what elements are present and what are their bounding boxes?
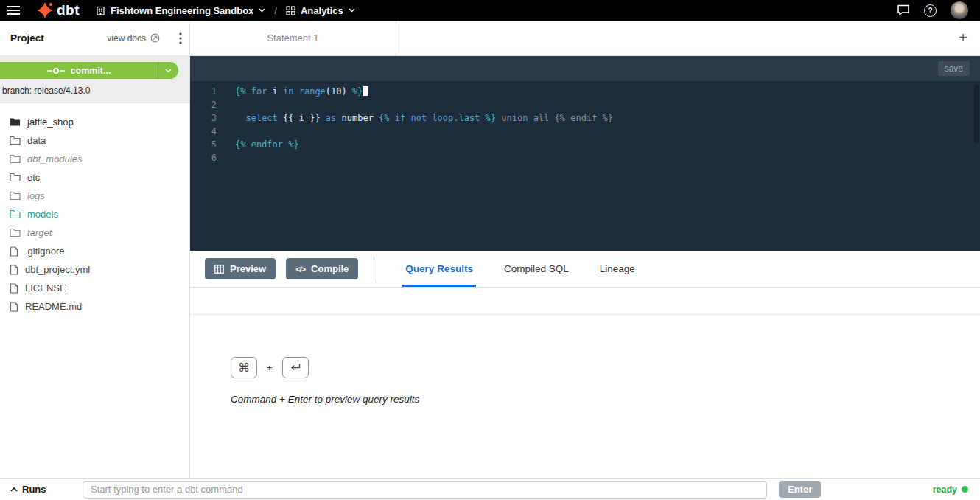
tree-item-label: LICENSE bbox=[25, 282, 66, 294]
enter-button[interactable]: Enter bbox=[779, 481, 821, 498]
topbar-right-actions: ? bbox=[897, 1, 980, 19]
preview-button-label: Preview bbox=[230, 263, 266, 274]
tree-item-license[interactable]: LICENSE bbox=[0, 279, 189, 297]
dbt-command-input[interactable] bbox=[83, 481, 767, 499]
tree-item-target[interactable]: target bbox=[0, 223, 189, 242]
view-docs-link[interactable]: view docs bbox=[107, 33, 160, 44]
chevron-down-icon bbox=[259, 8, 265, 13]
tree-item-data[interactable]: data bbox=[0, 131, 189, 150]
line-number: 5 bbox=[190, 138, 217, 151]
status-dot-icon bbox=[962, 486, 968, 493]
code-editor[interactable]: 1{% for i in range(10) %}23 select {{ i … bbox=[190, 81, 980, 251]
tree-item-dbt-modules[interactable]: dbt_modules bbox=[0, 150, 189, 168]
file-icon bbox=[10, 302, 18, 312]
line-number: 6 bbox=[190, 151, 217, 164]
save-button[interactable]: save bbox=[938, 61, 970, 76]
editor-tab-bar: Statement 1 + bbox=[190, 21, 980, 56]
tab-compiled-sql[interactable]: Compiled SQL bbox=[504, 251, 569, 287]
editor-header: save bbox=[190, 56, 980, 81]
view-docs-label: view docs bbox=[107, 33, 146, 44]
results-content: ⌘ + Command + Enter to preview query res… bbox=[190, 315, 980, 478]
account-selector[interactable]: Fishtown Engineering Sandbox bbox=[96, 5, 265, 16]
git-commit-icon bbox=[47, 67, 65, 74]
results-tabs: Query ResultsCompiled SQLLineage bbox=[374, 251, 634, 287]
tree-item-label: README.md bbox=[25, 301, 82, 312]
code-line: 6 bbox=[190, 151, 980, 164]
editor-tab-label: Statement 1 bbox=[267, 32, 318, 44]
workspace: Project view docs co bbox=[0, 21, 980, 478]
status-indicator: ready bbox=[933, 485, 968, 495]
commit-button-label: commit... bbox=[71, 66, 111, 76]
line-content bbox=[217, 151, 235, 164]
top-bar: dbt Fishtown Engineering Sandbox / Analy… bbox=[0, 0, 980, 21]
add-tab-button[interactable]: + bbox=[946, 21, 980, 55]
chevron-down-icon bbox=[349, 8, 355, 13]
line-content: select {{ i }} as number {% if not loop.… bbox=[217, 111, 613, 125]
shortcut-hint: ⌘ + bbox=[231, 357, 980, 378]
avatar[interactable] bbox=[951, 1, 968, 19]
account-name: Fishtown Engineering Sandbox bbox=[111, 5, 253, 16]
line-number: 3 bbox=[190, 111, 217, 125]
project-panel-title: Project bbox=[10, 32, 44, 44]
dbt-flame-icon bbox=[37, 2, 53, 18]
code-line: 3 select {{ i }} as number {% if not loo… bbox=[190, 111, 980, 125]
line-content: {% for i in range(10) %} bbox=[217, 85, 368, 98]
editor-scrollbar[interactable] bbox=[974, 84, 979, 143]
tree-item-jaffle-shop[interactable]: jaffle_shop bbox=[0, 113, 189, 131]
tree-item--gitignore[interactable]: .gitignore bbox=[0, 242, 189, 260]
tree-item-label: jaffle_shop bbox=[27, 117, 74, 128]
line-content bbox=[217, 125, 235, 138]
file-icon bbox=[10, 265, 18, 275]
compile-button[interactable]: </> Compile bbox=[286, 258, 358, 279]
table-grid-icon bbox=[214, 265, 224, 274]
command-keycap: ⌘ bbox=[231, 357, 257, 378]
line-number: 4 bbox=[190, 125, 217, 138]
chat-icon[interactable] bbox=[897, 4, 910, 16]
commit-button[interactable]: commit... bbox=[0, 62, 178, 79]
tree-item-label: models bbox=[27, 209, 58, 220]
project-selector[interactable]: Analytics bbox=[286, 5, 355, 16]
branch-label: branch: release/4.13.0 bbox=[0, 86, 189, 96]
runs-toggle[interactable]: Runs bbox=[0, 484, 83, 495]
code-line: 1{% for i in range(10) %} bbox=[190, 85, 980, 98]
tab-statement-1[interactable]: Statement 1 bbox=[190, 21, 396, 55]
tree-item-models[interactable]: models bbox=[0, 205, 189, 223]
tree-item-label: dbt_modules bbox=[27, 153, 82, 164]
return-icon bbox=[289, 363, 301, 372]
folder-icon bbox=[10, 173, 21, 182]
line-number: 2 bbox=[190, 98, 217, 111]
tree-item-label: dbt_project.yml bbox=[25, 264, 90, 275]
main-panel: Statement 1 + save 1{% for i in range(10… bbox=[190, 21, 980, 478]
status-label: ready bbox=[933, 485, 957, 495]
tree-item-label: etc bbox=[27, 172, 40, 183]
tree-item-dbt-project-yml[interactable]: dbt_project.yml bbox=[0, 260, 189, 279]
tree-item-etc[interactable]: etc bbox=[0, 168, 189, 187]
external-link-circle-icon bbox=[150, 33, 160, 43]
commit-dropdown-toggle[interactable] bbox=[158, 62, 178, 79]
help-icon[interactable]: ? bbox=[924, 4, 937, 17]
dbt-logo[interactable]: dbt bbox=[37, 2, 80, 18]
tree-item-label: target bbox=[27, 227, 52, 238]
folder-icon bbox=[10, 136, 21, 145]
preview-button[interactable]: Preview bbox=[205, 258, 276, 279]
results-toolbar: Preview </> Compile Query ResultsCompile… bbox=[190, 251, 980, 288]
grid-icon bbox=[286, 6, 295, 15]
tab-query-results[interactable]: Query Results bbox=[405, 251, 473, 287]
tree-item-readme-md[interactable]: README.md bbox=[0, 297, 189, 316]
building-icon bbox=[96, 6, 105, 15]
chevron-up-icon bbox=[10, 487, 18, 492]
project-header: Project view docs bbox=[0, 21, 189, 56]
code-lines: 1{% for i in range(10) %}23 select {{ i … bbox=[190, 85, 980, 164]
code-line: 5{% endfor %} bbox=[190, 138, 980, 151]
tree-item-label: data bbox=[27, 135, 46, 146]
line-content: {% endfor %} bbox=[217, 138, 299, 151]
hamburger-menu-icon[interactable] bbox=[0, 0, 28, 21]
code-icon: </> bbox=[295, 265, 305, 274]
tab-lineage[interactable]: Lineage bbox=[600, 251, 635, 287]
kebab-menu-icon[interactable] bbox=[179, 32, 182, 44]
enter-keycap bbox=[282, 357, 309, 378]
line-content bbox=[217, 98, 235, 111]
file-icon bbox=[10, 246, 18, 257]
tree-item-logs[interactable]: logs bbox=[0, 187, 189, 205]
dbt-cloud-ide: dbt Fishtown Engineering Sandbox / Analy… bbox=[0, 0, 980, 500]
